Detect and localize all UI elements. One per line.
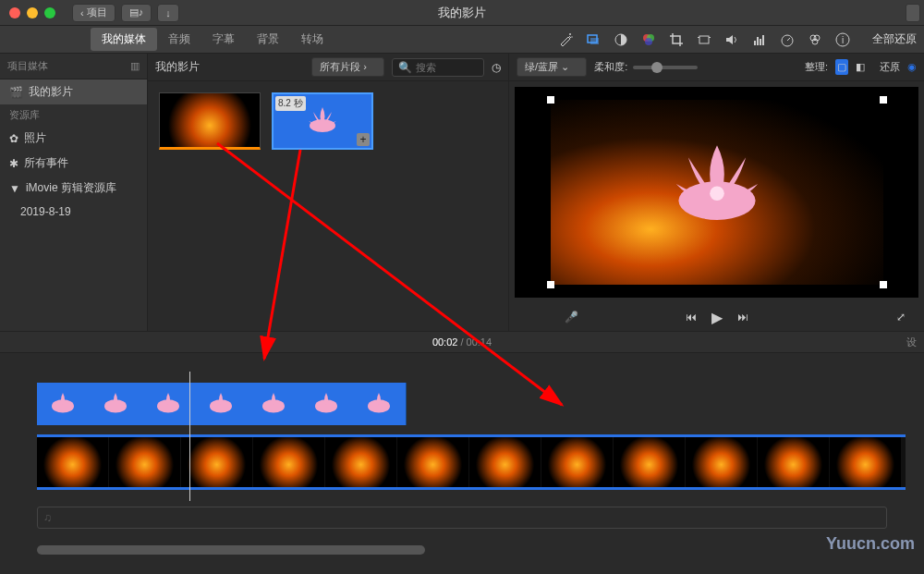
crop-icon[interactable] <box>669 32 684 47</box>
maximize-window-button[interactable] <box>44 7 55 18</box>
speed-icon[interactable] <box>780 32 795 47</box>
crop-handle[interactable] <box>547 96 554 104</box>
timeline-frame[interactable] <box>253 437 325 487</box>
timeline-frame[interactable] <box>300 383 353 425</box>
close-window-button[interactable] <box>9 7 20 18</box>
sidebar-header-library: 资源库 <box>0 104 147 126</box>
flower-icon: ✿ <box>9 132 18 145</box>
overlay-icon[interactable] <box>586 32 601 47</box>
fullscreen-icon[interactable]: ⤢ <box>896 311 906 324</box>
next-clip-button[interactable]: ⏭ <box>737 311 748 324</box>
sidebar: 项目媒体▥ 🎬我的影片 资源库 ✿照片 ✱所有事件 ▼iMovie 剪辑资源库 … <box>0 54 148 331</box>
timeline-frame[interactable] <box>686 437 758 487</box>
minimize-window-button[interactable] <box>27 7 38 18</box>
svg-rect-12 <box>757 37 759 45</box>
clip-thumbnail-flower[interactable]: 8.2 秒 + <box>272 92 373 150</box>
crop-handle[interactable] <box>547 281 554 288</box>
search-input[interactable] <box>416 62 471 73</box>
voiceover-icon[interactable]: 🎤 <box>565 311 578 324</box>
svg-rect-14 <box>762 35 764 45</box>
timeline-frame[interactable] <box>37 437 109 487</box>
clock-icon[interactable]: ◷ <box>492 61 501 74</box>
share-button[interactable] <box>906 4 920 22</box>
library-mode-button[interactable]: ▤♪ <box>121 4 152 22</box>
timeline-frame[interactable] <box>109 437 181 487</box>
music-track[interactable]: ♫ <box>37 507 887 529</box>
preview-lotus <box>652 127 782 247</box>
crop-handle[interactable] <box>880 96 887 104</box>
arrange-back-button[interactable]: ◧ <box>856 61 865 73</box>
timeline-frame[interactable] <box>541 437 614 487</box>
tab-my-media[interactable]: 我的媒体 <box>91 28 157 51</box>
prev-clip-button[interactable]: ⏮ <box>686 311 697 324</box>
svg-point-7 <box>645 38 652 45</box>
reset-button[interactable]: 还原 <box>880 60 900 74</box>
clip-thumbnail-fire[interactable] <box>159 92 261 150</box>
color-balance-icon[interactable] <box>614 32 628 47</box>
timeline-frame[interactable] <box>830 437 902 487</box>
back-button[interactable]: ‹ 项目 <box>72 4 116 22</box>
watermark: Yuucn.com <box>826 534 915 554</box>
softness-label: 柔和度: <box>594 60 627 74</box>
auto-enhance-icon[interactable] <box>558 32 573 47</box>
timeline-scrollbar[interactable] <box>37 545 425 555</box>
overlay-effect-dropdown[interactable]: 绿/蓝屏 ⌄ <box>517 57 587 77</box>
timeline[interactable]: ♫ <box>0 353 924 558</box>
preview-panel: 绿/蓝屏 ⌄ 柔和度: 整理: ▢ ◧ 还原 ◉ <box>508 54 924 331</box>
svg-rect-8 <box>699 36 709 43</box>
main-toolbar: 我的媒体 音频 字幕 背景 转场 i 全部还原 <box>0 26 924 54</box>
primary-track[interactable] <box>37 434 906 490</box>
timeline-settings-button[interactable]: 设 <box>906 336 917 349</box>
timeline-frame[interactable] <box>195 383 248 425</box>
color-correction-icon[interactable] <box>641 32 656 47</box>
info-icon[interactable]: i <box>835 32 850 47</box>
sidebar-item-imovie-library[interactable]: ▼iMovie 剪辑资源库 <box>0 176 147 201</box>
tab-audio[interactable]: 音频 <box>157 28 201 51</box>
svg-point-21 <box>310 119 335 132</box>
arrange-front-button[interactable]: ▢ <box>835 59 848 75</box>
timeline-frame[interactable] <box>614 437 686 487</box>
timeline-frame[interactable] <box>469 437 541 487</box>
softness-slider[interactable] <box>633 66 698 69</box>
media-tabs: 我的媒体 音频 字幕 背景 转场 <box>91 28 334 51</box>
sidebar-item-all-events[interactable]: ✱所有事件 <box>0 151 147 176</box>
svg-rect-13 <box>760 39 761 45</box>
preview-canvas[interactable] <box>515 87 918 298</box>
svg-text:i: i <box>842 35 844 45</box>
timeline-frame[interactable] <box>142 383 195 425</box>
sidebar-item-project[interactable]: 🎬我的影片 <box>0 79 147 104</box>
crop-handle[interactable] <box>880 281 887 288</box>
sidebar-item-event-date[interactable]: 2019-8-19 <box>0 201 147 223</box>
tab-transition[interactable]: 转场 <box>290 28 334 51</box>
filter-icon[interactable] <box>808 32 822 47</box>
timeline-frame[interactable] <box>397 437 469 487</box>
timeline-frame[interactable] <box>758 437 830 487</box>
timeline-frame[interactable] <box>353 383 406 425</box>
music-note-icon: ♫ <box>43 511 52 524</box>
add-clip-button[interactable]: + <box>357 133 370 146</box>
timeline-frame[interactable] <box>90 383 142 425</box>
timeline-frame[interactable] <box>181 437 253 487</box>
playhead[interactable] <box>189 372 190 501</box>
timeline-frame[interactable] <box>325 437 397 487</box>
tab-subtitle[interactable]: 字幕 <box>201 28 246 51</box>
timeline-frame[interactable] <box>248 383 300 425</box>
sidebar-item-photos[interactable]: ✿照片 <box>0 126 147 151</box>
volume-icon[interactable] <box>724 32 739 47</box>
svg-rect-9 <box>698 37 699 38</box>
timeline-frame[interactable] <box>37 383 90 425</box>
tab-background[interactable]: 背景 <box>246 28 290 51</box>
overlay-track[interactable] <box>37 383 407 425</box>
time-current: 00:02 <box>432 336 458 348</box>
stabilize-icon[interactable] <box>697 32 711 47</box>
apply-icon[interactable]: ◉ <box>907 61 917 73</box>
search-box[interactable]: 🔍 <box>392 58 484 77</box>
reset-all-button[interactable]: 全部还原 <box>872 31 917 47</box>
import-button[interactable]: ↓ <box>157 4 179 22</box>
sidebar-toggle-icon[interactable]: ▥ <box>130 60 140 72</box>
svg-point-0 <box>569 33 571 35</box>
equalizer-icon[interactable] <box>752 32 767 47</box>
back-label: 项目 <box>87 6 107 19</box>
clip-filter-dropdown[interactable]: 所有片段 › <box>311 57 384 77</box>
play-button[interactable]: ▶ <box>711 309 723 326</box>
